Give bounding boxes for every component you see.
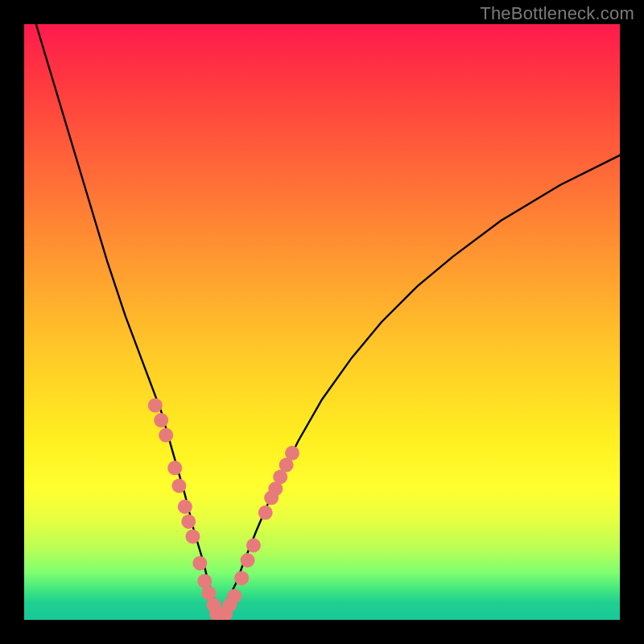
data-point — [285, 446, 299, 460]
data-point — [171, 479, 186, 493]
data-point — [154, 413, 168, 427]
data-point — [148, 398, 163, 413]
left-branch-points — [148, 398, 221, 613]
chart-plot-area — [24, 24, 620, 620]
minimum-points — [209, 607, 233, 620]
data-point — [241, 553, 255, 568]
data-point — [258, 506, 273, 520]
data-point — [246, 539, 261, 553]
data-point — [185, 529, 200, 543]
bottleneck-curve-line — [36, 24, 620, 614]
data-point — [192, 556, 207, 571]
watermark-text: TheBottleneck.com — [480, 3, 634, 24]
chart-svg — [24, 24, 620, 620]
data-point — [227, 588, 242, 603]
data-point — [234, 571, 249, 585]
data-point — [167, 460, 182, 475]
data-point — [181, 514, 196, 529]
data-point — [178, 499, 192, 514]
data-point — [159, 428, 173, 443]
chart-frame: TheBottleneck.com — [0, 0, 644, 644]
